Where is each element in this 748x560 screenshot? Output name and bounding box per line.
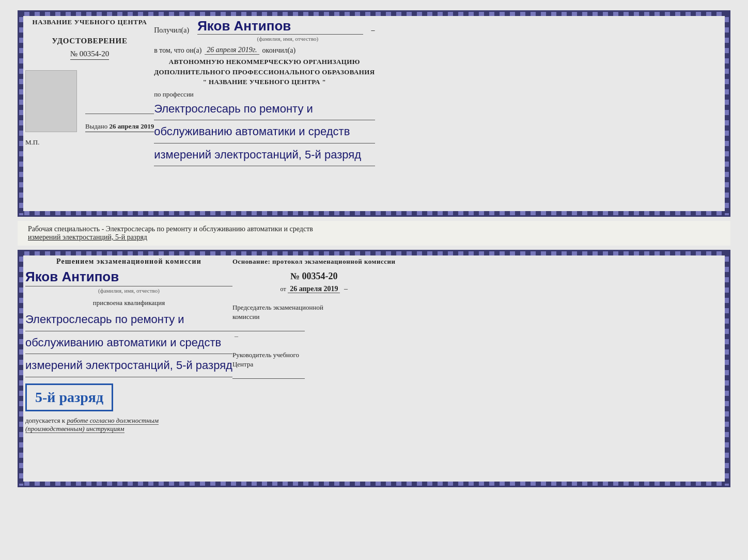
top-right-panel: Получил(а) Яков Антипов – (фамилия, имя,… [154,18,375,209]
fio-caption-bottom: (фамилия, имя, отчество) [25,287,232,294]
chairman-label: Председатель экзаменационной [232,303,396,312]
top-document: НАЗВАНИЕ УЧЕБНОГО ЦЕНТРА УДОСТОВЕРЕНИЕ №… [18,10,730,217]
bottom-left-panel: Решением экзаменационной комиссии Яков А… [25,258,232,479]
ruk-sig-line [232,370,305,379]
profession-line3-bot: измерений электростанций, 5-й разряд [25,355,232,377]
ot-prefix: от [280,285,286,293]
top-left-panel: НАЗВАНИЕ УЧЕБНОГО ЦЕНТРА УДОСТОВЕРЕНИЕ №… [25,18,154,209]
dopuskaetsya-text: работе согласно должностным [67,417,159,425]
profession-top: Электрослесарь по ремонту и обслуживанию… [154,99,375,167]
chairman-block: Председатель экзаменационной комиссии – [232,303,396,341]
middle-line1: Рабочая специальность - Электрослесарь п… [28,225,720,233]
middle-text-block: Рабочая специальность - Электрослесарь п… [18,221,730,246]
profession-line1-bot: Электрослесарь по ремонту и [25,309,232,331]
udostoverenie-number: № 00354-20 [70,50,110,60]
photo-placeholder [25,70,77,132]
dopuskaetsya-block: допускается к работе согласно должностны… [25,417,232,433]
vydano-date: 26 апреля 2019 [110,122,154,130]
ruk-block: Руководитель учебного Центра [232,351,396,379]
mp-label: М.П. [25,138,154,147]
center-name-top: НАЗВАНИЕ УЧЕБНОГО ЦЕНТРА [25,18,154,26]
po-professii-label: по профессии [154,90,375,99]
profession-line3-top: измерений электростанций, 5-й разряд [154,145,375,167]
org-line2: ДОПОЛНИТЕЛЬНОГО ПРОФЕССИОНАЛЬНОГО ОБРАЗО… [154,67,375,77]
dopuskaetsya-text2: (производственным) инструкциям [25,425,124,433]
profession-line2-top: обслуживанию автоматики и средств [154,121,375,143]
udostoverenie-title: УДОСТОВЕРЕНИЕ [52,37,127,45]
fio-caption-top: (фамилия, имя, отчество) [200,36,375,42]
org-block: АВТОНОМНУЮ НЕКОММЕРЧЕСКУЮ ОРГАНИЗАЦИЮ ДО… [154,57,375,87]
profession-line1-top: Электрослесарь по ремонту и [154,99,375,121]
razryad-badge: 5-й разряд [35,389,103,406]
vtom-date: 26 апреля 2019г. [205,46,259,55]
dopuskaetsya-prefix: допускается к [25,417,65,424]
ruk-label2: Центра [232,360,396,369]
vydano-label: Выдано [85,122,107,130]
vydano-line: Выдано 26 апреля 2019 [85,122,154,132]
middle-line2: измерений электростанций, 5-й разряд [28,233,720,242]
bottom-right-panel: Основание: протокол экзаменационной коми… [232,258,396,479]
poluchil-label: Получил(а) [154,26,189,35]
vtom-suffix: окончил(а) [262,46,296,55]
osnovanie-label: Основание: протокол экзаменационной коми… [232,258,396,266]
ot-date-block: от 26 апреля 2019 – [232,285,396,293]
ot-date: 26 апреля 2019 [288,285,340,293]
bottom-document: Решением экзаменационной комиссии Яков А… [18,250,730,487]
chairman-label2: комиссии [232,313,396,321]
vtom-prefix: в том, что он(а) [154,46,201,55]
profession-bottom: Электрослесарь по ремонту и обслуживанию… [25,309,232,377]
recipient-name-top: Яков Антипов [197,18,363,35]
org-quote: " НАЗВАНИЕ УЧЕБНОГО ЦЕНТРА " [154,77,375,87]
resheniem-label: Решением экзаменационной комиссии [25,258,232,266]
profession-line2-bot: обслуживанию автоматики и средств [25,332,232,355]
ruk-label: Руководитель учебного [232,351,396,359]
chairman-sig-line [232,322,305,331]
recipient-name-bottom: Яков Антипов [25,269,232,286]
org-line1: АВТОНОМНУЮ НЕКОММЕРЧЕСКУЮ ОРГАНИЗАЦИЮ [154,57,375,67]
prisvoena-label: присвоена квалификация [25,299,232,307]
protocol-num: № 00354-20 [232,271,396,282]
